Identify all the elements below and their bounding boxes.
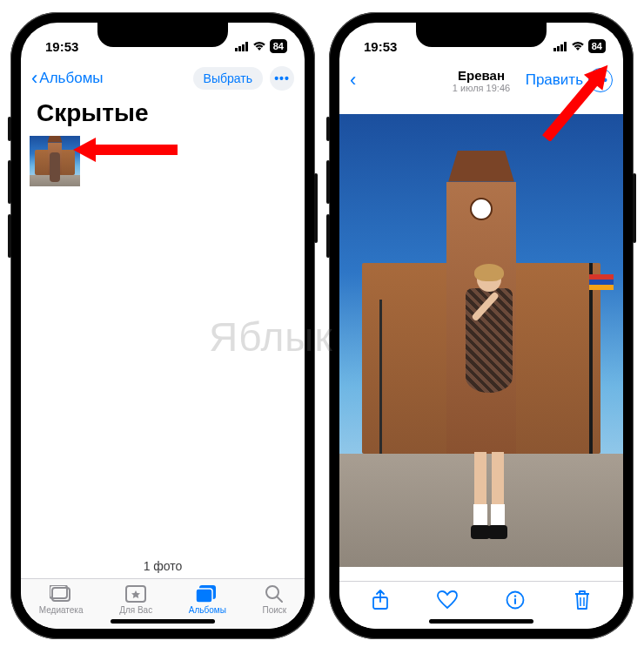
page-title: Скрытые bbox=[21, 96, 305, 134]
chevron-left-icon: ‹ bbox=[31, 69, 37, 88]
svg-marker-21 bbox=[73, 138, 178, 162]
back-label: Альбомы bbox=[39, 70, 103, 87]
svg-point-17 bbox=[514, 595, 516, 597]
status-time: 19:53 bbox=[364, 39, 397, 54]
tab-foryou[interactable]: Для Вас bbox=[119, 584, 152, 615]
nav-bar: ‹ Альбомы Выбрать ••• bbox=[21, 61, 305, 96]
cellular-icon bbox=[553, 39, 567, 54]
photo-count: 1 фото bbox=[21, 554, 305, 578]
svg-rect-14 bbox=[564, 42, 567, 51]
tab-label: Поиск bbox=[262, 605, 286, 615]
ellipsis-icon: ••• bbox=[274, 71, 290, 85]
cellular-icon bbox=[235, 39, 249, 54]
svg-rect-2 bbox=[242, 44, 245, 51]
svg-rect-3 bbox=[245, 42, 248, 51]
wifi-icon bbox=[571, 39, 585, 54]
tab-label: Для Вас bbox=[119, 605, 152, 615]
battery-icon: 84 bbox=[588, 39, 606, 53]
phone-frame-left: 19:53 84 ‹ Альбомы Выбрать ••• bbox=[10, 12, 315, 639]
screen-left: 19:53 84 ‹ Альбомы Выбрать ••• bbox=[21, 23, 305, 629]
notch bbox=[97, 23, 228, 47]
library-icon bbox=[50, 584, 72, 603]
info-button[interactable] bbox=[502, 590, 528, 613]
battery-icon: 84 bbox=[270, 39, 287, 53]
foryou-icon bbox=[124, 584, 147, 603]
tab-label: Медиатека bbox=[39, 605, 84, 615]
photo-subtitle: 1 июля 19:46 bbox=[453, 83, 510, 93]
heart-icon bbox=[437, 590, 458, 613]
photo-title: Ереван bbox=[453, 68, 510, 83]
svg-rect-13 bbox=[560, 44, 563, 51]
tab-library[interactable]: Медиатека bbox=[39, 584, 84, 615]
svg-rect-0 bbox=[235, 48, 238, 51]
delete-button[interactable] bbox=[569, 590, 595, 613]
tab-albums[interactable]: Альбомы bbox=[189, 584, 226, 615]
svg-rect-1 bbox=[238, 46, 241, 51]
favorite-button[interactable] bbox=[434, 590, 460, 613]
svg-rect-11 bbox=[553, 48, 556, 51]
chevron-left-icon: ‹ bbox=[350, 71, 356, 90]
back-button[interactable]: ‹ Альбомы bbox=[31, 69, 104, 88]
back-button[interactable]: ‹ bbox=[350, 71, 356, 90]
photo-image bbox=[339, 114, 623, 567]
tab-label: Альбомы bbox=[189, 605, 226, 615]
svg-line-10 bbox=[277, 597, 282, 602]
photo-viewer[interactable] bbox=[339, 99, 623, 581]
home-indicator[interactable] bbox=[429, 619, 533, 624]
annotation-arrow-left bbox=[73, 132, 178, 167]
trash-icon bbox=[574, 590, 591, 614]
wifi-icon bbox=[252, 39, 266, 54]
annotation-arrow-right bbox=[529, 63, 625, 141]
tab-search[interactable]: Поиск bbox=[262, 584, 286, 615]
notch bbox=[416, 23, 547, 47]
svg-rect-18 bbox=[514, 598, 516, 604]
share-icon bbox=[372, 590, 389, 614]
info-icon bbox=[506, 590, 525, 613]
select-button[interactable]: Выбрать bbox=[193, 67, 263, 90]
svg-rect-8 bbox=[196, 589, 212, 603]
svg-marker-22 bbox=[537, 63, 617, 141]
svg-rect-12 bbox=[557, 46, 560, 51]
home-indicator[interactable] bbox=[111, 619, 215, 624]
share-button[interactable] bbox=[367, 590, 393, 613]
more-button[interactable]: ••• bbox=[270, 66, 294, 91]
albums-icon bbox=[196, 584, 218, 603]
search-icon bbox=[263, 584, 285, 603]
status-time: 19:53 bbox=[45, 39, 78, 54]
